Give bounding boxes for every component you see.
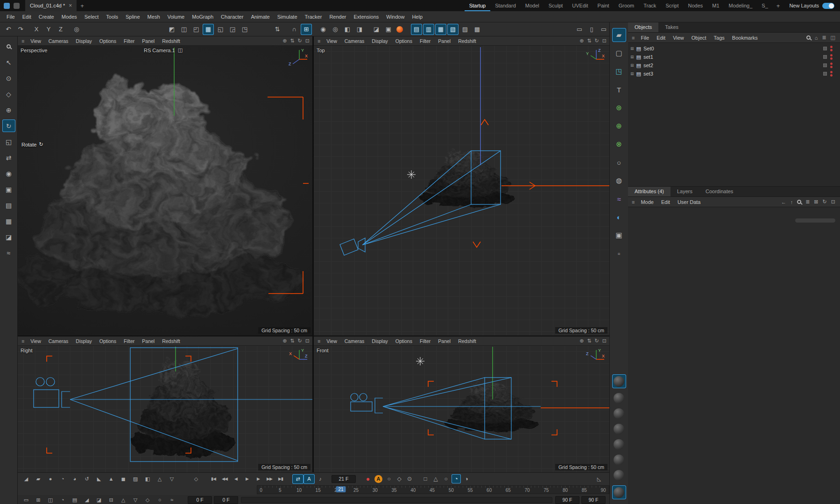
left-tool-icon[interactable]: ⊕ (2, 104, 15, 116)
viewport-nav-icon[interactable]: ⊡ (602, 38, 607, 44)
left-tool-icon[interactable]: ◇ (2, 88, 15, 100)
model-tool-icon[interactable]: ◳ (239, 24, 250, 35)
object-manager-menu-item[interactable]: Edit (653, 35, 669, 41)
shading-sphere-icon[interactable] (614, 393, 624, 404)
layout-tab[interactable]: Groom (614, 0, 639, 11)
filter-icon[interactable]: ≣ (805, 199, 810, 205)
shading-sphere-icon[interactable] (614, 439, 624, 450)
record-icon[interactable]: ○ (384, 474, 394, 483)
keyframe-nav-icon[interactable]: ◇ (191, 474, 202, 484)
shading-sphere-icon[interactable] (614, 408, 624, 419)
layout-tab[interactable]: Nodes (684, 0, 708, 11)
menu-item[interactable]: Simulate (274, 14, 301, 20)
viewport-menu-item[interactable]: View (323, 38, 340, 44)
left-tool-icon[interactable]: ↻ (2, 119, 15, 132)
viewport-nav-icon[interactable]: ⇅ (587, 38, 591, 44)
menu-item[interactable]: Volume (164, 14, 189, 20)
viewport-nav-icon[interactable]: ⊕ (282, 338, 287, 344)
viewport-menu-item[interactable]: Options (392, 338, 416, 344)
active-camera-label[interactable]: RS Camera.1 ◫ (144, 47, 183, 53)
model-tool-icon[interactable]: ◫ (178, 24, 190, 35)
object-manager-menu-item[interactable]: File (637, 35, 652, 41)
record-icon[interactable]: ● (363, 474, 373, 483)
modeling-tool-icon[interactable]: ▤ (69, 495, 80, 504)
viewport-nav-icon[interactable]: ↻ (595, 38, 599, 44)
viewport-menu-item[interactable]: Filter (120, 38, 138, 44)
modeling-tool-icon[interactable]: ↺ (81, 474, 92, 484)
left-tool-icon[interactable]: ▣ (2, 183, 15, 196)
menu-item[interactable]: Animate (247, 14, 273, 20)
viewport-menu-item[interactable]: Cameras (341, 38, 368, 44)
history-icon[interactable]: ↶ (3, 24, 14, 35)
menu-item[interactable]: File (3, 14, 19, 20)
layout-tab[interactable]: UVEdit (567, 0, 593, 11)
menu-item[interactable]: Tracker (301, 14, 326, 20)
modeling-tool-icon[interactable]: ⊟ (106, 495, 117, 504)
sound-toggle[interactable]: ♪ (315, 474, 326, 484)
viewport-menu-item[interactable]: Display (368, 38, 391, 44)
shading-sphere-icon[interactable] (614, 455, 624, 465)
viewport-menu-item[interactable]: View (27, 38, 44, 44)
left-tool-icon[interactable]: ◱ (2, 135, 15, 148)
layout-tab[interactable]: S_ (757, 0, 772, 11)
strip-tool-icon[interactable]: ⊛ (612, 101, 626, 115)
viewport-menu-icon[interactable]: ≡ (21, 338, 27, 344)
shading-sphere-icon[interactable] (614, 470, 624, 481)
panel-options-icon[interactable]: ◫ (831, 35, 835, 41)
range-start-field[interactable]: 0 F (188, 496, 212, 504)
object-row[interactable]: ⊞ ▤ set1 (628, 53, 840, 61)
menu-item[interactable]: Character (217, 14, 247, 20)
menu-item[interactable]: Create (35, 14, 58, 20)
viewport-nav-icon[interactable]: ⊕ (579, 338, 584, 344)
viewport-menu-item[interactable]: View (323, 338, 340, 344)
viewport-menu-item[interactable]: Display (72, 38, 95, 44)
state-tool-icon[interactable]: ◧ (342, 24, 353, 35)
front-canvas[interactable]: Front Y X Z Grid Spacing : 50 cm (314, 346, 609, 472)
viewport-nav-icon[interactable]: ⇅ (290, 38, 294, 44)
left-tool-icon[interactable]: ↖ (2, 56, 15, 69)
modeling-tool-icon[interactable]: △ (154, 474, 165, 484)
render-tool-icon[interactable]: ▣ (383, 24, 394, 35)
search-icon[interactable] (797, 200, 801, 204)
menu-item[interactable]: Mesh (144, 14, 164, 20)
screen-layout-icon[interactable]: ▭ (598, 24, 609, 35)
viewport-menu-item[interactable]: Display (72, 338, 95, 344)
menu-item[interactable]: Tools (102, 14, 122, 20)
viewport-menu-item[interactable]: Options (96, 338, 120, 344)
new-document-button[interactable]: + (77, 2, 88, 9)
viewport-nav-icon[interactable]: ⇅ (290, 338, 294, 344)
search-icon[interactable] (806, 35, 811, 40)
history-icon[interactable]: ↷ (15, 24, 26, 35)
redshift-render-icon[interactable] (394, 24, 405, 35)
layout-tab[interactable]: Track (639, 0, 661, 11)
playback-button[interactable]: ▶▮ (275, 474, 286, 484)
modeling-tool-icon[interactable]: ▨ (130, 474, 141, 484)
viewport-nav-icon[interactable]: ⊡ (305, 338, 310, 344)
attribute-manager-tab[interactable]: Attributes (4) (628, 187, 671, 196)
layer-chip[interactable] (823, 55, 827, 59)
menu-item[interactable]: Window (382, 14, 408, 20)
panel-menu-icon[interactable]: ≡ (631, 35, 637, 41)
coord-system-button[interactable]: ◎ (71, 24, 82, 35)
axis-lock-button[interactable]: Y (43, 24, 54, 35)
modeling-tool-icon[interactable]: ≈ (166, 495, 177, 504)
modeling-tool-icon[interactable]: ◔ (57, 495, 68, 504)
modeling-tool-icon[interactable]: ◇ (142, 495, 153, 504)
visibility-dots[interactable] (830, 54, 833, 60)
modeling-tool-icon[interactable]: ◫ (45, 495, 56, 504)
object-name[interactable]: set2 (643, 63, 653, 68)
viewport-nav-icon[interactable]: ⊕ (282, 38, 287, 44)
viewport-nav-icon[interactable]: ⇅ (587, 338, 591, 344)
snap-tool-icon[interactable]: ∩ (289, 24, 300, 35)
viewport-menu-icon[interactable]: ≡ (21, 38, 27, 44)
modeling-tool-icon[interactable]: ◢ (21, 474, 32, 484)
layer-chip[interactable] (823, 72, 827, 76)
expander-icon[interactable]: ⊞ (630, 63, 634, 68)
view-tool-icon[interactable]: ▤ (411, 24, 422, 35)
keying-icon[interactable]: ○ (441, 474, 451, 483)
state-tool-icon[interactable]: ◎ (330, 24, 341, 35)
layout-tab[interactable]: Modeling_ (724, 0, 757, 11)
modeling-tool-icon[interactable]: ○ (154, 495, 165, 504)
keying-icon[interactable]: ◑ (462, 474, 471, 483)
strip-tool-icon[interactable]: ◐ (612, 210, 626, 224)
